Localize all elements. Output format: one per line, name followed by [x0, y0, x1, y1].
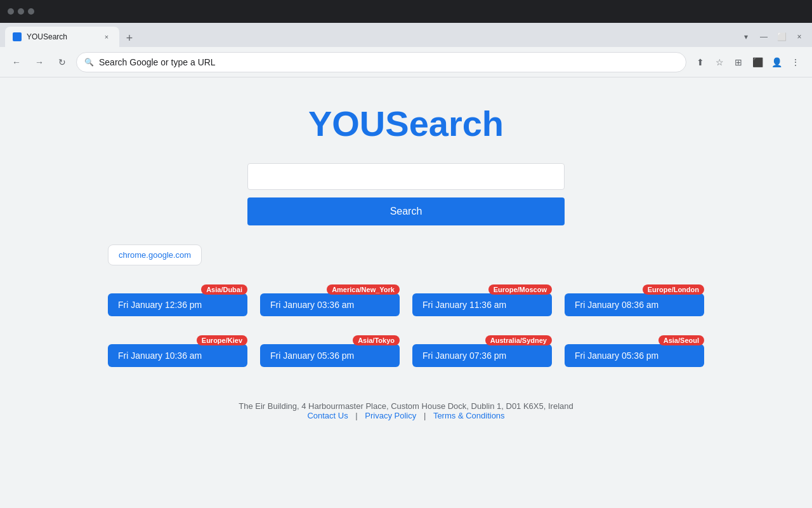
tab-bar-right-controls: ▾ — ⬜ ×: [738, 29, 807, 47]
sidebar-button[interactable]: ⬛: [749, 53, 766, 71]
tz-badge: Asia/Dubai: [201, 284, 247, 295]
tz-time: Fri January 08:36 am: [565, 293, 704, 316]
share-icon: ⬆: [697, 57, 704, 67]
privacy-policy-link[interactable]: Privacy Policy: [365, 411, 416, 420]
tz-badge: Asia/Tokyo: [353, 335, 400, 345]
tz-time: Fri January 07:36 pm: [412, 344, 552, 367]
footer-address: The Eir Building, 4 Harbourmaster Place,…: [239, 401, 573, 411]
tz-card-australia-sydney: Australia/SydneyFri January 07:36 pm: [412, 335, 552, 367]
profile-button[interactable]: 👤: [768, 53, 785, 71]
tab-title: YOUSearch: [27, 32, 67, 41]
timezone-grid: Asia/DubaiFri January 12:36 pmAmerica/Ne…: [57, 284, 755, 367]
new-tab-button[interactable]: +: [121, 29, 138, 47]
site-title: YOUSearch: [308, 103, 504, 144]
more-button[interactable]: ⋮: [787, 53, 804, 71]
toolbar-right: ⬆ ☆ ⊞ ⬛ 👤 ⋮: [691, 53, 804, 71]
extensions-icon: ⊞: [735, 57, 742, 67]
tz-card-asia-dubai: Asia/DubaiFri January 12:36 pm: [108, 284, 247, 316]
maximize-button[interactable]: ⬜: [774, 29, 789, 44]
address-input-wrapper[interactable]: 🔍 Search Google or type a URL: [76, 52, 686, 72]
tz-time: Fri January 03:36 am: [260, 293, 400, 316]
close-window-button[interactable]: ×: [792, 29, 807, 44]
tz-badge: Europe/Moscow: [488, 284, 552, 295]
tz-card-asia-seoul: Asia/SeoulFri January 05:36 pm: [565, 335, 704, 367]
tz-badge: Europe/London: [643, 284, 704, 295]
address-bar: ← → ↻ 🔍 Search Google or type a URL ⬆ ☆ …: [0, 47, 812, 77]
tz-card-europe-moscow: Europe/MoscowFri January 11:36 am: [412, 284, 552, 316]
tz-time: Fri January 05:36 pm: [260, 344, 400, 367]
more-icon: ⋮: [791, 57, 800, 67]
tz-time: Fri January 10:36 am: [108, 344, 247, 367]
window-controls: [8, 8, 34, 15]
forward-icon: →: [35, 57, 44, 67]
forward-button[interactable]: →: [30, 53, 48, 71]
tz-badge: Europe/Kiev: [197, 335, 247, 345]
tz-card-europe-london: Europe/LondonFri January 08:36 am: [565, 284, 704, 316]
sidebar-icon: ⬛: [752, 57, 763, 67]
quick-links-section: chrome.google.com: [57, 244, 755, 265]
reload-icon: ↻: [58, 57, 66, 67]
browser-chrome-bar: [0, 0, 812, 23]
back-button[interactable]: ←: [8, 53, 25, 71]
tz-badge: America/New_York: [327, 284, 400, 295]
tab-bar-dropdown[interactable]: ▾: [738, 29, 754, 44]
search-icon: 🔍: [84, 58, 94, 67]
tz-card-asia-tokyo: Asia/TokyoFri January 05:36 pm: [260, 335, 400, 367]
minimize-button[interactable]: —: [756, 29, 771, 44]
window-dot-1: [8, 8, 14, 15]
tz-badge: Asia/Seoul: [658, 335, 704, 345]
tab-bar: YOUSearch × + ▾ — ⬜ ×: [0, 23, 812, 47]
tz-card-europe-kiev: Europe/KievFri January 10:36 am: [108, 335, 247, 367]
extensions-button[interactable]: ⊞: [730, 53, 747, 71]
footer-divider-2: |: [424, 411, 426, 420]
active-tab[interactable]: YOUSearch ×: [5, 27, 119, 47]
back-icon: ←: [12, 57, 21, 67]
address-text: Search Google or type a URL: [99, 57, 678, 67]
bookmark-button[interactable]: ☆: [710, 53, 728, 71]
tab-favicon: [13, 32, 22, 41]
search-input[interactable]: [247, 163, 565, 190]
tz-time: Fri January 11:36 am: [412, 293, 552, 316]
tz-time: Fri January 05:36 pm: [565, 344, 704, 367]
footer: The Eir Building, 4 Harbourmaster Place,…: [226, 389, 586, 433]
share-button[interactable]: ⬆: [691, 53, 709, 71]
footer-divider-1: |: [355, 411, 357, 420]
tab-close-button[interactable]: ×: [102, 32, 112, 42]
bookmark-icon: ☆: [716, 57, 724, 67]
tz-time: Fri January 12:36 pm: [108, 293, 247, 316]
window-dot-3: [28, 8, 34, 15]
reload-button[interactable]: ↻: [53, 53, 71, 71]
contact-us-link[interactable]: Contact Us: [307, 411, 348, 420]
search-button[interactable]: Search: [247, 197, 565, 225]
tz-card-america-new_york: America/New_YorkFri January 03:36 am: [260, 284, 400, 316]
window-dot-2: [18, 8, 24, 15]
footer-links: Contact Us | Privacy Policy | Terms & Co…: [239, 411, 573, 420]
profile-icon: 👤: [771, 57, 782, 67]
page-content: YOUSearch Search chrome.google.com Asia/…: [0, 77, 812, 446]
tz-badge: Australia/Sydney: [485, 335, 552, 345]
quick-link-chrome[interactable]: chrome.google.com: [108, 244, 202, 265]
terms-link[interactable]: Terms & Conditions: [433, 411, 505, 420]
